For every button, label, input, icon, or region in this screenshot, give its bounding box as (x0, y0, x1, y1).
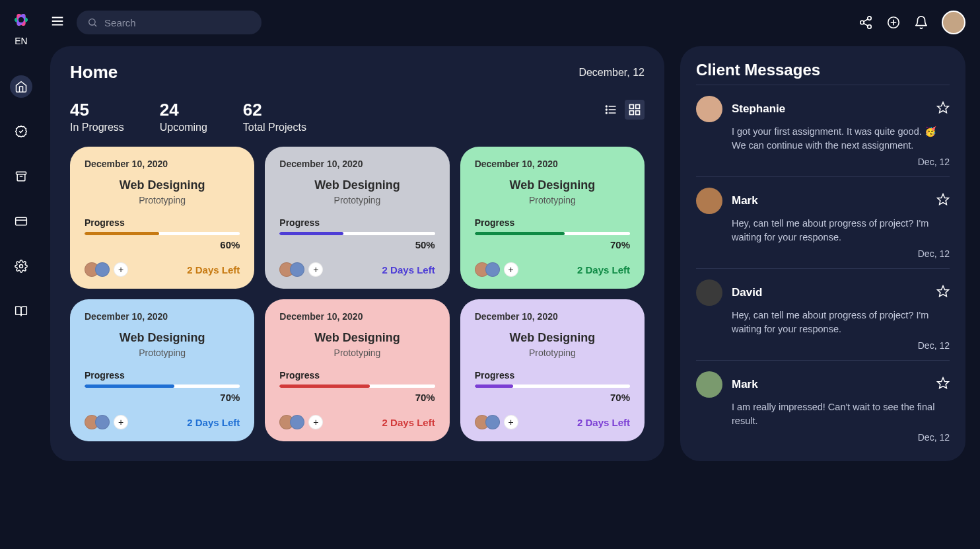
message-avatar (696, 279, 722, 306)
progress-label: Progress (279, 370, 435, 381)
verified-icon (15, 125, 28, 138)
card-title: Web Designing (85, 331, 240, 345)
project-card[interactable]: December 10, 2020 Web Designing Prototyp… (265, 299, 449, 441)
card-date: December 10, 2020 (475, 311, 630, 322)
progress-bar-fill (279, 232, 343, 235)
stat-value: 62 (243, 100, 306, 120)
message-item[interactable]: Mark Hey, can tell me about progress of … (696, 176, 950, 268)
days-left: 2 Days Left (382, 264, 435, 275)
share-icon[interactable] (858, 15, 873, 30)
nav-verified[interactable] (10, 120, 32, 143)
message-body: Hey, can tell me about progress of proje… (732, 309, 950, 336)
list-view-button[interactable] (601, 100, 621, 120)
card-date: December 10, 2020 (475, 159, 630, 169)
progress-bar-fill (279, 384, 369, 388)
stat-label: In Progress (70, 122, 124, 133)
participant-avatar (290, 262, 304, 277)
participants: + (85, 262, 128, 277)
card-subtitle: Prototyping (475, 348, 630, 358)
progress-bar (85, 384, 240, 388)
panels: Home December, 12 45 In Progress24 Upcom… (50, 46, 965, 461)
stat: 62 Total Projects (243, 100, 306, 133)
stat-value: 24 (160, 100, 207, 120)
home-icon (15, 80, 28, 93)
grid-view-button[interactable] (625, 100, 645, 120)
message-avatar (696, 188, 722, 214)
participants: + (279, 415, 323, 429)
progress-percent: 70% (85, 392, 240, 403)
user-avatar[interactable] (942, 11, 965, 34)
bell-icon[interactable] (914, 15, 928, 30)
project-card[interactable]: December 10, 2020 Web Designing Prototyp… (460, 147, 645, 289)
progress-label: Progress (85, 370, 240, 381)
stat-label: Total Projects (243, 122, 306, 133)
stats-row: 45 In Progress24 Upcoming62 Total Projec… (70, 100, 645, 133)
book-icon (15, 305, 28, 318)
star-button[interactable] (936, 377, 950, 392)
project-cards: December 10, 2020 Web Designing Prototyp… (70, 147, 645, 441)
message-list: Stephanie I got your first assignment. I… (696, 85, 950, 452)
nav-settings[interactable] (10, 255, 32, 277)
days-left: 2 Days Left (187, 417, 240, 428)
nav-archive[interactable] (10, 165, 32, 188)
progress-bar-fill (475, 384, 514, 388)
message-sender: Mark (732, 194, 927, 207)
progress-label: Progress (85, 217, 240, 228)
nav-card[interactable] (10, 210, 32, 233)
progress-bar-fill (85, 384, 174, 388)
svg-marker-23 (938, 194, 949, 205)
message-date: Dec, 12 (696, 248, 950, 259)
star-button[interactable] (936, 285, 950, 301)
project-card[interactable]: December 10, 2020 Web Designing Prototyp… (70, 147, 254, 289)
project-card[interactable]: December 10, 2020 Web Designing Prototyp… (265, 147, 449, 289)
svg-marker-22 (938, 102, 949, 113)
header (50, 8, 965, 37)
add-participant-button[interactable]: + (308, 415, 323, 429)
sidebar: EN (0, 0, 42, 549)
progress-percent: 60% (85, 239, 240, 250)
add-participant-button[interactable]: + (114, 415, 128, 429)
project-card[interactable]: December 10, 2020 Web Designing Prototyp… (70, 299, 254, 441)
card-date: December 10, 2020 (279, 159, 435, 169)
star-button[interactable] (936, 101, 950, 117)
svg-point-15 (606, 106, 608, 107)
main: Home December, 12 45 In Progress24 Upcom… (42, 0, 980, 549)
add-participant-button[interactable]: + (504, 415, 518, 429)
star-button[interactable] (936, 193, 950, 209)
add-participant-button[interactable]: + (504, 262, 518, 277)
menu-button[interactable] (50, 14, 65, 31)
progress-percent: 50% (279, 239, 435, 250)
archive-icon (15, 170, 28, 183)
message-body: I got your first assignment. It was quit… (732, 125, 950, 153)
participant-avatar (290, 415, 304, 429)
svg-rect-7 (17, 172, 26, 174)
nav-home[interactable] (10, 75, 32, 98)
language-label[interactable]: EN (15, 36, 27, 46)
svg-rect-19 (636, 105, 640, 109)
message-avatar (696, 96, 722, 122)
svg-rect-20 (630, 111, 634, 115)
message-item[interactable]: David Hey, can tell me about progress of… (696, 268, 950, 360)
home-panel: Home December, 12 45 In Progress24 Upcom… (50, 46, 664, 461)
message-item[interactable]: Stephanie I got your first assignment. I… (696, 85, 950, 176)
message-sender: Mark (732, 378, 927, 391)
project-card[interactable]: December 10, 2020 Web Designing Prototyp… (460, 299, 645, 441)
svg-point-16 (606, 109, 608, 110)
add-participant-button[interactable]: + (308, 262, 323, 277)
message-date: Dec, 12 (696, 432, 950, 443)
card-subtitle: Prototyping (279, 195, 435, 205)
star-icon (936, 193, 950, 206)
stat-value: 45 (70, 100, 124, 120)
search-input[interactable] (104, 17, 251, 28)
progress-bar (85, 232, 240, 235)
search-icon (87, 17, 98, 28)
add-participant-button[interactable]: + (114, 262, 128, 277)
add-circle-icon[interactable] (886, 15, 901, 30)
message-item[interactable]: Mark I am really impressed! Can't wait t… (696, 360, 950, 452)
card-date: December 10, 2020 (85, 311, 240, 322)
search (77, 11, 262, 34)
svg-point-6 (18, 17, 24, 22)
nav-book[interactable] (10, 300, 32, 322)
svg-point-10 (89, 19, 95, 25)
page-title: Home (70, 62, 118, 83)
